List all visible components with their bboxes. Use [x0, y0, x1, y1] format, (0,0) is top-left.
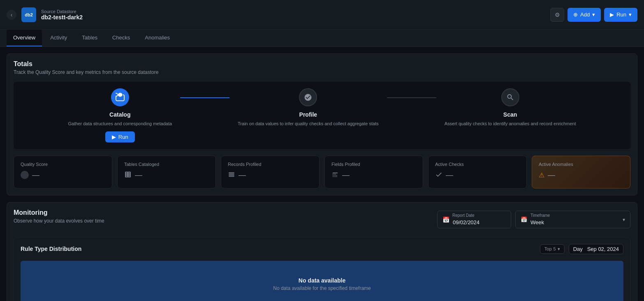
monitoring-header: Monitoring Observe how your data evolves… [14, 209, 630, 230]
pipeline-line-1 [180, 88, 229, 98]
settings-button[interactable]: ⚙ [550, 8, 564, 22]
checks-icon [435, 171, 442, 180]
tab-overview[interactable]: Overview [7, 30, 42, 46]
active-checks-label: Active Checks [435, 162, 520, 167]
quality-score-label: Quality Score [21, 162, 105, 167]
rule-dist-title: Rule Type Distribution [21, 246, 81, 252]
catalog-run-icon: ▶ [112, 134, 116, 140]
top-selector[interactable]: Top 5 ▾ [540, 244, 565, 254]
topbar-left: ‹ db2 Source Datastore db2-testt-dark2 [7, 7, 83, 22]
run-button[interactable]: ▶ Run ▾ [604, 8, 637, 22]
catalog-icon [111, 88, 129, 106]
catalog-run-label: Run [118, 134, 128, 140]
rule-dist-controls: Top 5 ▾ Day Sep 02, 2024 [540, 244, 623, 254]
tab-tables[interactable]: Tables [75, 30, 104, 46]
scan-step-name: Scan [445, 111, 576, 118]
add-button[interactable]: ⊕ Add ▾ [568, 8, 601, 22]
pipeline-line-2 [387, 88, 436, 98]
metrics-row: Quality Score — Tables Cataloged — Recor [14, 156, 630, 188]
records-icon [228, 171, 235, 180]
monitoring-controls: 📅 Report Date 09/02/2024 📅 Timeframe Wee… [437, 211, 630, 228]
totals-subtitle: Track the Quality Score and key metrics … [14, 69, 630, 75]
records-profiled-label: Records Profiled [228, 162, 313, 167]
totals-title: Totals [14, 60, 630, 68]
pipeline-step-profile: Profile Train on data values to infer qu… [229, 88, 387, 131]
quality-score-value: — [32, 171, 39, 179]
catalog-step-desc: Gather data structures and corresponding… [68, 120, 172, 127]
metric-active-checks: Active Checks — [428, 156, 527, 188]
timeframe-value: Week [530, 219, 619, 225]
tab-anomalies[interactable]: Anomalies [138, 30, 176, 46]
top-chevron-icon: ▾ [558, 246, 560, 252]
ds-name-label: db2-testt-dark2 [41, 14, 83, 21]
tables-icon [124, 171, 132, 180]
tab-checks[interactable]: Checks [106, 30, 137, 46]
day-badge: Day Sep 02, 2024 [569, 244, 623, 254]
timeframe-chevron-icon: ▾ [623, 217, 625, 223]
back-button[interactable]: ‹ [7, 10, 16, 20]
topbar: ‹ db2 Source Datastore db2-testt-dark2 ⚙… [0, 0, 644, 30]
pipeline: Catalog Gather data structures and corre… [14, 82, 630, 149]
pipeline-step-catalog: Catalog Gather data structures and corre… [60, 88, 181, 142]
line-catalog-profile [180, 97, 229, 98]
tables-cataloged-label: Tables Cataloged [124, 162, 209, 167]
quality-score-icon [21, 171, 29, 179]
timeframe-calendar-icon: 📅 [521, 216, 527, 223]
active-checks-value-row: — [435, 171, 520, 180]
fields-icon [331, 171, 339, 180]
metric-quality-score: Quality Score — [14, 156, 112, 188]
metric-tables-cataloged: Tables Cataloged — [117, 156, 216, 188]
scan-content: Scan Assert quality checks to identify a… [436, 106, 584, 131]
ds-type-label: Source Datastore [41, 9, 83, 14]
add-label: Add [580, 11, 590, 18]
timeframe-label: Timeframe [530, 213, 550, 218]
profile-icon [299, 88, 317, 106]
datastore-info: Source Datastore db2-testt-dark2 [41, 9, 83, 21]
report-date-value: 09/02/2024 [453, 219, 480, 225]
catalog-content: Catalog Gather data structures and corre… [60, 106, 181, 142]
records-profiled-value: — [239, 171, 246, 179]
top-label: Top [544, 246, 552, 251]
monitoring-title-group: Monitoring Observe how your data evolves… [14, 209, 104, 230]
totals-section: Totals Track the Quality Score and key m… [7, 53, 637, 195]
anomalies-warn-icon: ⚠ [539, 171, 544, 179]
catalog-run-button[interactable]: ▶ Run [105, 131, 135, 142]
quality-score-value-row: — [21, 171, 105, 179]
monitoring-section: Monitoring Observe how your data evolves… [7, 202, 637, 301]
active-anomalies-label: Active Anomalies [539, 162, 623, 167]
metric-records-profiled: Records Profiled — [221, 156, 320, 188]
active-anomalies-value: — [548, 171, 555, 179]
report-date-label: Report Date [452, 213, 475, 218]
tables-cataloged-value: — [135, 171, 142, 179]
fields-profiled-value-row: — [331, 171, 416, 180]
scan-icon [501, 88, 519, 106]
day-value: Sep 02, 2024 [587, 246, 619, 252]
fields-profiled-value: — [342, 171, 350, 179]
run-play-icon: ▶ [610, 11, 614, 18]
active-checks-value: — [446, 171, 453, 179]
catalog-step-name: Catalog [68, 111, 172, 118]
line-profile-scan [387, 97, 436, 98]
nav-tabs: Overview Activity Tables Checks Anomalie… [0, 30, 644, 47]
report-date-calendar-icon: 📅 [442, 216, 449, 223]
timeframe-input[interactable]: 📅 Timeframe Week ▾ [515, 211, 630, 228]
monitoring-title: Monitoring [14, 209, 104, 216]
add-chevron-icon: ▾ [592, 11, 595, 18]
main-content: Totals Track the Quality Score and key m… [0, 47, 644, 301]
profile-step-desc: Train on data values to infer quality ch… [238, 120, 379, 127]
profile-content: Profile Train on data values to infer qu… [229, 106, 387, 131]
metric-active-anomalies: Active Anomalies ⚠ — [532, 156, 630, 188]
no-data-area: No data available No data available for … [21, 261, 623, 301]
topbar-right: ⚙ ⊕ Add ▾ ▶ Run ▾ [550, 8, 637, 22]
tab-activity[interactable]: Activity [44, 30, 74, 46]
report-date-wrapper: Report Date 09/02/2024 [453, 214, 480, 225]
metric-fields-profiled: Fields Profiled — [324, 156, 423, 188]
day-label: Day [573, 246, 583, 252]
profile-step-name: Profile [238, 111, 379, 118]
rule-dist-header: Rule Type Distribution Top 5 ▾ Day Sep 0… [21, 244, 623, 254]
pipeline-step-scan: Scan Assert quality checks to identify a… [436, 88, 584, 131]
run-label: Run [616, 11, 626, 18]
datastore-icon: db2 [21, 7, 36, 22]
plus-icon: ⊕ [573, 11, 578, 18]
report-date-input[interactable]: 📅 Report Date 09/02/2024 [437, 211, 511, 228]
